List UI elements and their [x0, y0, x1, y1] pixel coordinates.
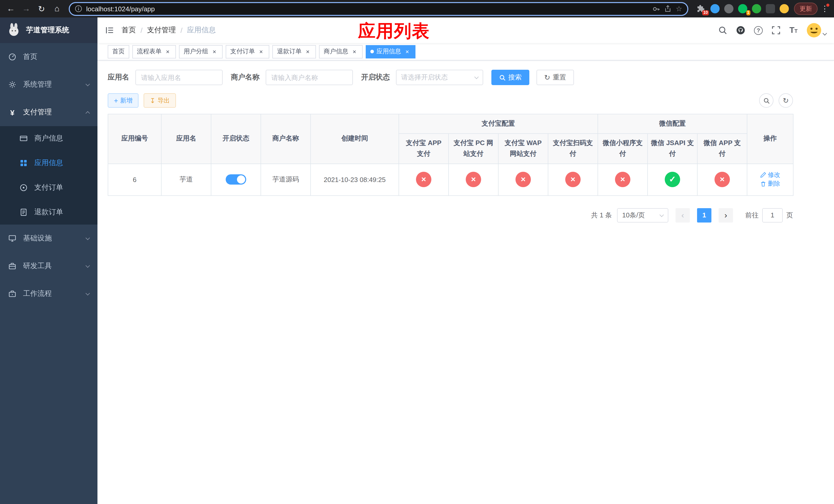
- extensions-puzzle-icon[interactable]: 10: [697, 4, 706, 13]
- url-text[interactable]: localhost:1024/pay/app: [86, 5, 649, 13]
- extension-icon-1[interactable]: [710, 4, 720, 13]
- tag-home[interactable]: 首页: [108, 45, 129, 58]
- extension-badge: 10: [702, 10, 709, 15]
- refresh-table-button[interactable]: ↻: [778, 93, 793, 108]
- share-icon[interactable]: [664, 5, 672, 12]
- sidebar-item-app-info[interactable]: 应用信息: [0, 151, 97, 175]
- sidebar-item-label: 系统管理: [23, 80, 52, 89]
- status-icon: ×: [615, 172, 630, 187]
- chevron-down-icon: [86, 235, 90, 240]
- status-toggle[interactable]: [226, 174, 246, 185]
- tags-view: 首页 流程表单× 用户分组× 支付订单× 退款订单× 商户信息× 应用信息×: [97, 43, 834, 61]
- browser-menu-icon[interactable]: ⋮: [820, 4, 830, 13]
- add-button[interactable]: + 新增: [108, 93, 138, 108]
- back-icon[interactable]: ←: [4, 2, 18, 15]
- total-count: 共 1 条: [591, 210, 612, 220]
- page-content: 应用名 商户名称 开启状态 请选择开启状态: [97, 61, 834, 504]
- status-select[interactable]: 请选择开启状态: [396, 70, 483, 85]
- page-number-1[interactable]: 1: [697, 208, 711, 222]
- col-merchant: 商户名称: [261, 114, 311, 164]
- close-icon[interactable]: ×: [211, 48, 218, 55]
- breadcrumb-home[interactable]: 首页: [122, 26, 136, 35]
- browser-update-button[interactable]: 更新: [794, 3, 818, 15]
- search-icon[interactable]: [718, 26, 727, 35]
- header-actions: ? TT: [718, 23, 826, 38]
- search-button-label: 搜索: [508, 73, 522, 82]
- sidebar-item-label: 工作流程: [23, 289, 52, 298]
- export-button[interactable]: ↧ 导出: [144, 93, 176, 108]
- tag-pay-orders[interactable]: 支付订单×: [226, 45, 269, 58]
- search-button[interactable]: 搜索: [491, 70, 529, 85]
- bookmark-star-icon[interactable]: ☆: [676, 5, 682, 13]
- tag-flow-form[interactable]: 流程表单×: [132, 45, 176, 58]
- font-size-icon[interactable]: TT: [789, 26, 797, 35]
- home-icon[interactable]: ⌂: [50, 2, 64, 15]
- prev-page-button[interactable]: ‹: [676, 208, 690, 222]
- fullscreen-icon[interactable]: [771, 26, 781, 35]
- tag-label: 退款订单: [277, 47, 302, 56]
- site-info-icon[interactable]: [75, 5, 82, 12]
- chevron-down-icon: [475, 75, 479, 79]
- filter-form: 应用名 商户名称 开启状态 请选择开启状态: [108, 70, 824, 85]
- chevron-down-icon: [86, 82, 90, 86]
- extension-emoji-icon[interactable]: [780, 4, 789, 13]
- search-icon: [763, 97, 770, 104]
- page-size-select[interactable]: 10条/页: [617, 208, 668, 222]
- cell-alipay-pc: ×: [448, 164, 498, 196]
- screen: ← → ↻ ⌂ localhost:1024/pay/app ☆ 10: [0, 0, 834, 504]
- sidebar-logo[interactable]: 芋道管理系统: [0, 18, 97, 43]
- help-icon[interactable]: ?: [754, 26, 763, 35]
- sidebar-item-infrastructure[interactable]: 基础设施: [0, 225, 97, 252]
- sidebar-item-workflow[interactable]: 工作流程: [0, 280, 97, 307]
- cell-created: 2021-10-23 08:49:25: [311, 164, 399, 196]
- col-alipay-qr: 支付宝扫码支付: [548, 134, 598, 164]
- next-page-button[interactable]: ›: [719, 208, 733, 222]
- user-avatar[interactable]: [806, 23, 826, 38]
- sidebar-item-system[interactable]: 系统管理: [0, 71, 97, 98]
- sidebar-item-dev-tools[interactable]: 研发工具: [0, 252, 97, 280]
- github-icon[interactable]: [736, 26, 745, 35]
- merchant-name-input[interactable]: [266, 70, 353, 85]
- sidebar-item-refund-orders[interactable]: 退款订单: [0, 200, 97, 225]
- reset-button[interactable]: ↻ 重置: [536, 70, 574, 85]
- tag-user-group[interactable]: 用户分组×: [179, 45, 223, 58]
- col-status: 开启状态: [211, 114, 261, 164]
- sidebar-item-merchant-info[interactable]: 商户信息: [0, 126, 97, 151]
- extension-wechat-icon[interactable]: 1: [738, 4, 747, 13]
- breadcrumb-payment[interactable]: 支付管理: [147, 26, 176, 35]
- close-icon[interactable]: ×: [404, 48, 411, 55]
- tag-app-info[interactable]: 应用信息×: [366, 45, 415, 58]
- forward-icon[interactable]: →: [20, 2, 33, 15]
- extension-icon-2[interactable]: [724, 4, 733, 13]
- reset-button-label: 重置: [553, 73, 566, 82]
- toggle-search-button[interactable]: [759, 93, 773, 108]
- close-icon[interactable]: ×: [304, 48, 311, 55]
- chevron-down-icon: [823, 31, 827, 36]
- extension-icon-3[interactable]: [752, 4, 761, 13]
- close-icon[interactable]: ×: [351, 48, 358, 55]
- close-icon[interactable]: ×: [258, 48, 265, 55]
- tag-merchant-info[interactable]: 商户信息×: [319, 45, 363, 58]
- sidebar-item-payment[interactable]: ¥ 支付管理: [0, 98, 97, 126]
- edit-link[interactable]: 修改: [760, 170, 780, 179]
- extension-icon-4[interactable]: [766, 4, 775, 13]
- close-icon[interactable]: ×: [164, 48, 171, 55]
- goto-page-input[interactable]: [762, 208, 783, 222]
- sidebar-toggle-icon[interactable]: [105, 26, 114, 35]
- reload-icon[interactable]: ↻: [35, 2, 48, 15]
- tag-refund-orders[interactable]: 退款订单×: [272, 45, 316, 58]
- delete-link[interactable]: 删除: [760, 180, 780, 188]
- export-button-label: 导出: [157, 96, 170, 105]
- address-bar[interactable]: localhost:1024/pay/app ☆: [69, 2, 688, 16]
- sidebar-item-pay-orders[interactable]: 支付订单: [0, 175, 97, 200]
- tag-label: 商户信息: [324, 47, 348, 56]
- password-key-icon[interactable]: [653, 5, 660, 13]
- sidebar-item-label: 首页: [23, 52, 38, 62]
- sidebar-item-home[interactable]: 首页: [0, 43, 97, 71]
- status-icon: ×: [715, 172, 730, 187]
- cell-alipay-app: ×: [399, 164, 448, 196]
- col-created: 创建时间: [311, 114, 399, 164]
- sidebar-submenu-payment: 商户信息 应用信息 支付订单: [0, 126, 97, 225]
- app-name-input[interactable]: [135, 70, 223, 85]
- status-select-placeholder: 请选择开启状态: [401, 73, 448, 82]
